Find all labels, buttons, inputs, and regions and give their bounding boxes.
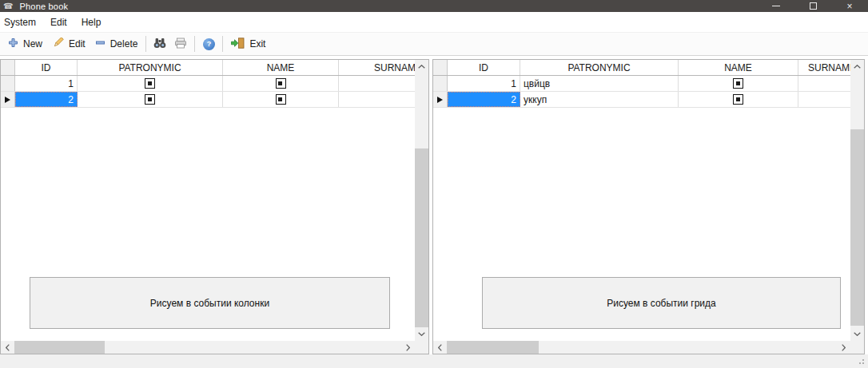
scrollbar-corner	[850, 341, 864, 354]
vertical-scrollbar[interactable]	[415, 60, 428, 341]
binoculars-icon	[153, 38, 166, 51]
exit-button-label: Exit	[249, 38, 265, 49]
toolbar-separator	[194, 36, 195, 52]
edit-button[interactable]: Edit	[47, 34, 90, 53]
scroll-down-icon[interactable]	[415, 327, 428, 341]
table-row: 1 цвйцв	[433, 76, 850, 92]
row-indicator	[433, 76, 448, 91]
cell-id[interactable]: 1	[15, 76, 78, 91]
column-header-surname[interactable]: SURNAME	[339, 60, 415, 75]
checkbox-filled-icon[interactable]	[145, 94, 155, 105]
draw-in-column-event-button[interactable]: Рисуем в событии колонки	[30, 277, 390, 329]
menu-edit[interactable]: Edit	[43, 12, 74, 32]
help-icon: ?	[203, 38, 215, 50]
checkbox-filled-icon[interactable]	[733, 94, 743, 105]
indicator-column-header	[433, 60, 448, 75]
table-row: 2	[1, 92, 415, 108]
column-header-id[interactable]: ID	[448, 60, 520, 75]
cell-id-selected[interactable]: 2	[15, 92, 78, 107]
menu-system[interactable]: System	[0, 12, 43, 32]
row-indicator	[1, 92, 15, 107]
scrollbar-corner	[415, 341, 428, 354]
scroll-right-icon[interactable]	[837, 341, 850, 354]
cell-surname[interactable]	[798, 76, 850, 91]
plus-icon	[8, 38, 18, 50]
column-header-name[interactable]: NAME	[679, 60, 798, 75]
toolbar-separator	[222, 36, 223, 52]
column-header-patronymic[interactable]: PATRONYMIC	[78, 60, 223, 75]
scroll-left-icon[interactable]	[1, 341, 14, 354]
find-button[interactable]	[149, 34, 170, 53]
app-phone-icon: ☎	[3, 2, 13, 10]
cell-surname[interactable]	[339, 92, 415, 107]
column-header-patronymic[interactable]: PATRONYMIC	[520, 60, 679, 75]
minimize-button[interactable]	[758, 0, 794, 12]
scroll-up-icon[interactable]	[850, 60, 864, 73]
table-row: 2 уккуп	[433, 92, 850, 108]
cell-surname[interactable]	[339, 76, 415, 91]
delete-button[interactable]: Delete	[90, 34, 143, 53]
maximize-button[interactable]	[794, 0, 831, 12]
cell-id[interactable]: 1	[448, 76, 520, 91]
toolbar-separator	[145, 36, 146, 52]
cell-name[interactable]	[223, 92, 339, 107]
scroll-right-icon[interactable]	[401, 341, 415, 354]
column-header-id[interactable]: ID	[15, 60, 78, 75]
help-button[interactable]: ?	[198, 34, 219, 53]
main-area: ID PATRONYMIC NAME SURNAME 1 2 Рисуем в …	[0, 56, 868, 354]
cell-name[interactable]	[223, 76, 339, 91]
vertical-scrollbar-thumb[interactable]	[850, 129, 864, 326]
left-grid-header: ID PATRONYMIC NAME SURNAME	[1, 60, 415, 76]
checkbox-filled-icon[interactable]	[733, 78, 743, 89]
printer-icon	[174, 38, 187, 51]
cell-patronymic[interactable]	[78, 92, 223, 107]
checkbox-filled-icon[interactable]	[276, 94, 286, 105]
pencil-icon	[52, 38, 64, 51]
horizontal-scrollbar-thumb[interactable]	[447, 341, 539, 354]
checkbox-filled-icon[interactable]	[145, 78, 155, 89]
row-indicator	[1, 76, 15, 91]
vertical-scrollbar-thumb[interactable]	[415, 148, 428, 327]
exit-button[interactable]: Exit	[226, 34, 270, 53]
cell-patronymic[interactable]	[78, 76, 223, 91]
scroll-left-icon[interactable]	[433, 341, 447, 354]
current-row-arrow-icon	[437, 97, 443, 103]
scroll-up-icon[interactable]	[415, 60, 428, 73]
right-grid-header: ID PATRONYMIC NAME SURNAME	[433, 60, 850, 76]
right-grid: ID PATRONYMIC NAME SURNAME 1 цвйцв 2 укк…	[432, 59, 865, 354]
window-title: Phone book	[19, 2, 68, 11]
horizontal-scrollbar-thumb[interactable]	[14, 341, 105, 354]
column-header-name[interactable]: NAME	[223, 60, 339, 75]
cell-patronymic[interactable]: цвйцв	[520, 76, 679, 91]
cell-name[interactable]	[679, 76, 798, 91]
app-window: ☎ Phone book × System Edit Help New Edit…	[0, 0, 868, 368]
cell-surname[interactable]	[798, 92, 850, 107]
window-controls: ×	[758, 0, 868, 12]
checkbox-filled-icon[interactable]	[276, 78, 286, 89]
vertical-scrollbar[interactable]	[850, 60, 864, 341]
menu-bar: System Edit Help	[0, 12, 868, 32]
new-button-label: New	[23, 38, 42, 49]
horizontal-scrollbar[interactable]	[1, 341, 415, 354]
status-strip	[0, 354, 868, 368]
resize-grip[interactable]	[862, 362, 864, 364]
current-row-arrow-icon	[5, 97, 10, 103]
draw-in-grid-event-button[interactable]: Рисуем в событии грида	[482, 277, 841, 329]
cell-patronymic[interactable]: уккуп	[520, 92, 679, 107]
column-header-surname[interactable]: SURNAME	[798, 60, 850, 75]
maximize-icon	[810, 2, 817, 10]
indicator-column-header	[1, 60, 15, 75]
exit-door-icon	[231, 38, 245, 51]
minimize-icon	[772, 6, 780, 6]
close-button[interactable]: ×	[831, 0, 868, 12]
left-grid: ID PATRONYMIC NAME SURNAME 1 2 Рисуем в …	[0, 59, 429, 354]
new-button[interactable]: New	[3, 34, 47, 53]
cell-id-selected[interactable]: 2	[448, 92, 520, 107]
menu-help[interactable]: Help	[74, 12, 109, 32]
horizontal-scrollbar[interactable]	[433, 341, 850, 354]
print-button[interactable]	[170, 34, 191, 53]
scroll-down-icon[interactable]	[850, 327, 864, 341]
cell-name[interactable]	[679, 92, 798, 107]
minus-icon	[95, 38, 106, 50]
toolbar: New Edit Delete ? Exit	[0, 32, 868, 56]
